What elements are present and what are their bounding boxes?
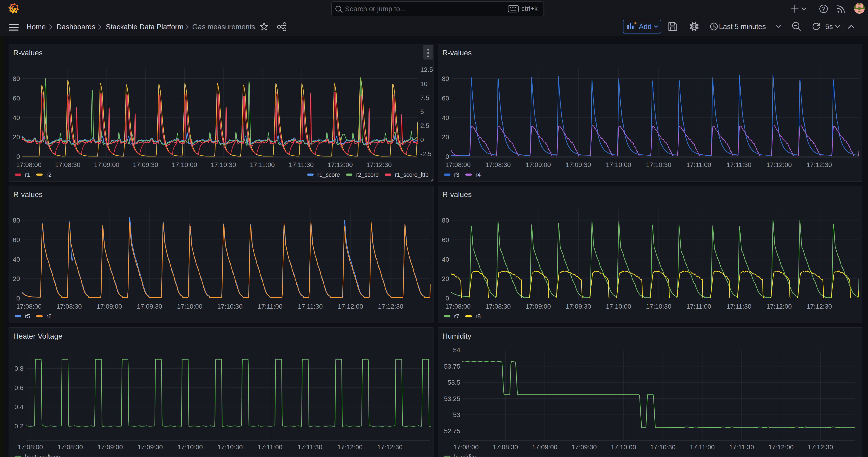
svg-text:40: 40: [13, 114, 20, 121]
svg-text:Gas measurements: Gas measurements: [192, 23, 255, 31]
svg-text:17:09:30: 17:09:30: [137, 303, 162, 310]
svg-text:17:10:30: 17:10:30: [217, 303, 243, 310]
svg-text:?: ?: [822, 6, 825, 12]
svg-text:17:08:00: 17:08:00: [453, 444, 478, 451]
svg-text:r2_score: r2_score: [356, 172, 379, 178]
svg-text:20: 20: [13, 133, 20, 141]
svg-text:0: 0: [16, 153, 20, 160]
svg-text:17:12:30: 17:12:30: [807, 161, 832, 169]
svg-text:17:08:00: 17:08:00: [18, 444, 43, 451]
svg-text:17:11:30: 17:11:30: [298, 303, 323, 310]
svg-text:r7: r7: [454, 313, 459, 319]
svg-text:17:11:00: 17:11:00: [250, 161, 275, 169]
svg-text:17:10:30: 17:10:30: [217, 444, 243, 451]
svg-text:17:11:00: 17:11:00: [690, 444, 715, 451]
svg-text:Last 5 minutes: Last 5 minutes: [719, 23, 766, 31]
svg-text:Add: Add: [639, 23, 652, 31]
svg-text:r1_score: r1_score: [317, 172, 340, 178]
svg-text:17:11:30: 17:11:30: [729, 444, 754, 451]
svg-text:r1: r1: [25, 172, 30, 178]
svg-text:52.75: 52.75: [444, 427, 460, 435]
svg-text:17:11:30: 17:11:30: [289, 161, 314, 169]
svg-text:0.8: 0.8: [14, 365, 24, 372]
svg-text:17:09:30: 17:09:30: [571, 444, 597, 451]
svg-text:17:08:30: 17:08:30: [58, 444, 83, 451]
svg-text:40: 40: [442, 256, 449, 263]
svg-text:0.6: 0.6: [14, 384, 24, 391]
svg-text:17:08:30: 17:08:30: [55, 161, 81, 169]
svg-text:80: 80: [442, 217, 449, 224]
svg-text:17:10:30: 17:10:30: [650, 444, 676, 451]
svg-text:2.5: 2.5: [420, 122, 429, 129]
svg-text:17:10:00: 17:10:00: [172, 161, 197, 169]
svg-text:17:10:30: 17:10:30: [211, 161, 236, 169]
svg-text:Dashboards: Dashboards: [57, 23, 95, 31]
svg-text:17:10:00: 17:10:00: [606, 161, 631, 169]
svg-text:17:09:00: 17:09:00: [532, 444, 557, 451]
svg-text:0: 0: [16, 295, 20, 302]
svg-text:17:12:00: 17:12:00: [767, 161, 792, 169]
svg-text:17:09:30: 17:09:30: [133, 161, 158, 169]
svg-text:17:10:00: 17:10:00: [611, 444, 636, 451]
svg-text:17:09:00: 17:09:00: [526, 161, 551, 169]
svg-text:60: 60: [13, 95, 20, 102]
svg-text:40: 40: [13, 256, 20, 263]
svg-text:17:12:30: 17:12:30: [807, 303, 832, 310]
svg-text:80: 80: [442, 75, 449, 82]
svg-text:17:09:30: 17:09:30: [566, 161, 591, 169]
svg-text:17:10:00: 17:10:00: [606, 303, 631, 310]
svg-text:17:08:30: 17:08:30: [493, 444, 518, 451]
svg-text:17:08:00: 17:08:00: [445, 161, 471, 169]
svg-text:17:09:00: 17:09:00: [97, 303, 122, 310]
svg-text:17:10:30: 17:10:30: [646, 303, 671, 310]
svg-text:17:10:00: 17:10:00: [177, 444, 203, 451]
svg-text:r5: r5: [25, 313, 30, 319]
svg-text:53.5: 53.5: [448, 379, 461, 386]
svg-text:r8: r8: [475, 313, 481, 319]
svg-text:17:12:00: 17:12:00: [337, 444, 363, 451]
svg-text:17:09:30: 17:09:30: [137, 444, 163, 451]
svg-text:17:11:30: 17:11:30: [298, 444, 322, 451]
svg-text:17:09:00: 17:09:00: [94, 161, 119, 169]
svg-text:17:08:30: 17:08:30: [57, 303, 82, 310]
svg-text:R-values: R-values: [442, 49, 472, 57]
svg-text:17:10:00: 17:10:00: [177, 303, 203, 310]
svg-text:0.2: 0.2: [14, 423, 24, 430]
svg-text:r3: r3: [454, 172, 459, 178]
svg-text:17:09:00: 17:09:00: [526, 303, 551, 310]
svg-text:17:09:00: 17:09:00: [98, 444, 123, 451]
svg-text:80: 80: [13, 217, 20, 224]
svg-text:17:08:30: 17:08:30: [485, 161, 511, 169]
svg-text:17:11:00: 17:11:00: [257, 303, 282, 310]
svg-text:0: 0: [445, 153, 449, 160]
svg-text:53.25: 53.25: [444, 395, 460, 402]
svg-text:20: 20: [442, 275, 449, 282]
svg-text:53: 53: [453, 411, 460, 418]
svg-text:17:11:30: 17:11:30: [726, 303, 751, 310]
svg-text:12.5: 12.5: [420, 66, 433, 73]
svg-text:-2.5: -2.5: [420, 150, 431, 157]
svg-text:0.4: 0.4: [14, 403, 24, 410]
svg-text:humidity: humidity: [454, 454, 476, 457]
svg-text:Humidity: Humidity: [442, 332, 471, 340]
svg-text:0: 0: [420, 136, 424, 144]
svg-text:heatervoltage: heatervoltage: [25, 454, 60, 457]
svg-text:17:08:30: 17:08:30: [485, 303, 511, 310]
svg-text:17:12:30: 17:12:30: [378, 303, 403, 310]
svg-text:17:12:00: 17:12:00: [338, 303, 363, 310]
svg-text:17:11:00: 17:11:00: [686, 161, 711, 169]
svg-text:80: 80: [13, 75, 20, 82]
svg-text:Home: Home: [27, 23, 46, 31]
svg-text:60: 60: [442, 95, 449, 102]
svg-text:17:12:30: 17:12:30: [366, 161, 392, 169]
svg-text:0: 0: [445, 295, 449, 302]
svg-text:r4: r4: [475, 172, 481, 178]
svg-text:Search or jump to...: Search or jump to...: [345, 5, 406, 12]
svg-text:Stackable Data Platform: Stackable Data Platform: [106, 23, 183, 31]
svg-text:ctrl+k: ctrl+k: [521, 5, 538, 12]
svg-text:17:09:30: 17:09:30: [566, 303, 591, 310]
svg-text:r6: r6: [46, 313, 52, 319]
svg-text:60: 60: [13, 236, 20, 244]
svg-text:17:08:00: 17:08:00: [445, 303, 471, 310]
svg-text:R-values: R-values: [13, 190, 42, 199]
